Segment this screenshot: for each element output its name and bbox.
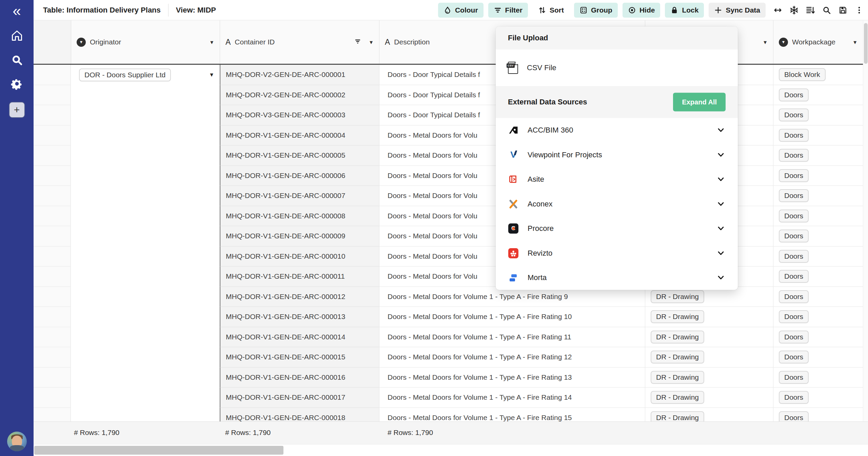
add-new-button[interactable]: +: [9, 102, 25, 118]
row-gutter-cell[interactable]: [34, 327, 71, 348]
row-gutter-cell[interactable]: [34, 408, 71, 422]
workpackage-chip[interactable]: Doors: [779, 210, 809, 222]
row-gutter-cell[interactable]: [34, 166, 71, 186]
cell-document-type[interactable]: DR - Drawing: [645, 368, 773, 388]
document-type-chip[interactable]: DR - Drawing: [651, 310, 704, 323]
document-type-chip[interactable]: DR - Drawing: [651, 391, 704, 404]
cell-originator[interactable]: [71, 246, 220, 267]
workpackage-chip[interactable]: Doors: [779, 371, 809, 384]
row-height-button[interactable]: [803, 3, 818, 18]
cell-description[interactable]: Doors - Metal Doors for Volume 1 - Type …: [379, 327, 645, 348]
chevron-down-icon[interactable]: [717, 273, 724, 282]
workpackage-chip[interactable]: Doors: [779, 411, 809, 421]
cell-workpackage[interactable]: Doors: [773, 368, 863, 388]
cell-document-type[interactable]: DR - Drawing: [645, 388, 773, 408]
cell-workpackage[interactable]: Doors: [773, 125, 863, 146]
cell-container-id[interactable]: MHQ-DOR-V1-GEN-DE-ARC-000009: [220, 226, 379, 246]
row-gutter-cell[interactable]: [34, 125, 71, 146]
cell-workpackage[interactable]: Doors: [773, 287, 863, 307]
workpackage-chip[interactable]: Doors: [779, 250, 809, 263]
column-header-container-id[interactable]: A Container ID ▼: [220, 20, 379, 64]
document-type-chip[interactable]: DR - Drawing: [651, 290, 704, 303]
row-gutter-cell[interactable]: [34, 186, 71, 206]
cell-workpackage[interactable]: Doors: [773, 105, 863, 125]
workpackage-chip[interactable]: Doors: [779, 189, 809, 202]
lock-button[interactable]: Lock: [665, 3, 704, 18]
save-button[interactable]: [835, 3, 850, 18]
cell-workpackage[interactable]: Doors: [773, 206, 863, 226]
chevron-down-icon[interactable]: [717, 224, 724, 233]
row-gutter-cell[interactable]: [34, 206, 71, 226]
workpackage-chip[interactable]: Doors: [779, 88, 809, 101]
cell-document-type[interactable]: DR - Drawing: [645, 307, 773, 327]
sidebar-search-icon[interactable]: [0, 52, 34, 68]
column-filter-icon[interactable]: [354, 38, 361, 47]
cell-document-type[interactable]: DR - Drawing: [645, 408, 773, 422]
freeze-button[interactable]: [787, 3, 802, 18]
chevron-down-icon[interactable]: ▼: [852, 39, 857, 45]
cell-workpackage[interactable]: Doors: [773, 85, 863, 105]
sort-button[interactable]: Sort: [533, 3, 569, 18]
cell-container-id[interactable]: MHQ-DOR-V1-GEN-DE-ARC-000014: [220, 327, 379, 348]
cell-workpackage[interactable]: Doors: [773, 408, 863, 422]
cell-originator[interactable]: [71, 105, 220, 125]
cell-description[interactable]: Doors - Metal Doors for Volume 1 - Type …: [379, 347, 645, 368]
cell-workpackage[interactable]: Doors: [773, 266, 863, 287]
cell-originator[interactable]: [71, 206, 220, 226]
cell-originator[interactable]: [71, 347, 220, 368]
workpackage-chip[interactable]: Doors: [779, 149, 809, 162]
row-gutter-cell[interactable]: [34, 307, 71, 327]
workpackage-chip[interactable]: Block Work: [779, 68, 826, 81]
group-button[interactable]: Group: [574, 3, 618, 18]
cell-originator[interactable]: [71, 368, 220, 388]
expand-width-button[interactable]: [770, 3, 785, 18]
external-source-item-revizto[interactable]: Revizto: [496, 241, 738, 266]
cell-originator[interactable]: [71, 145, 220, 166]
expand-all-button[interactable]: Expand All: [673, 93, 726, 112]
document-type-chip[interactable]: DR - Drawing: [651, 371, 704, 384]
cell-description[interactable]: Doors - Metal Doors for Volume 1 - Type …: [379, 388, 645, 408]
workpackage-chip[interactable]: Doors: [779, 230, 809, 242]
chevron-down-icon[interactable]: [717, 200, 724, 209]
workpackage-chip[interactable]: Doors: [779, 391, 809, 404]
horizontal-scrollbar-thumb[interactable]: [34, 446, 283, 455]
sidebar-collapse-icon[interactable]: «: [13, 3, 21, 18]
workpackage-chip[interactable]: Doors: [779, 290, 809, 303]
row-gutter-cell[interactable]: [34, 266, 71, 287]
cell-workpackage[interactable]: Doors: [773, 145, 863, 166]
workpackage-chip[interactable]: Doors: [779, 351, 809, 363]
external-source-item-asite[interactable]: Asite: [496, 167, 738, 192]
cell-container-id[interactable]: MHQ-DOR-V1-GEN-DE-ARC-000004: [220, 125, 379, 146]
row-gutter-cell[interactable]: [34, 287, 71, 307]
chevron-down-icon[interactable]: ▼: [209, 39, 214, 45]
workpackage-chip[interactable]: Doors: [779, 270, 809, 283]
cell-originator[interactable]: DOR - Doors Supplier Ltd▼: [71, 65, 220, 85]
cell-workpackage[interactable]: Doors: [773, 166, 863, 186]
row-gutter-cell[interactable]: [34, 368, 71, 388]
sync-data-button[interactable]: Sync Data: [709, 3, 766, 18]
row-gutter-cell[interactable]: [34, 388, 71, 408]
hide-button[interactable]: Hide: [623, 3, 660, 18]
cell-workpackage[interactable]: Doors: [773, 327, 863, 348]
cell-workpackage[interactable]: Doors: [773, 246, 863, 267]
cell-originator[interactable]: [71, 287, 220, 307]
cell-originator[interactable]: [71, 388, 220, 408]
row-gutter-cell[interactable]: [34, 105, 71, 125]
cell-document-type[interactable]: DR - Drawing: [645, 347, 773, 368]
cell-originator[interactable]: [71, 266, 220, 287]
external-source-item-acc-bim-360[interactable]: ACC/BIM 360: [496, 118, 738, 143]
chevron-down-icon[interactable]: [717, 249, 724, 258]
cell-description[interactable]: Doors - Metal Doors for Volume 1 - Type …: [379, 307, 645, 327]
row-gutter-cell[interactable]: [34, 246, 71, 267]
cell-originator[interactable]: [71, 186, 220, 206]
chevron-down-icon[interactable]: [717, 126, 724, 135]
cell-document-type[interactable]: DR - Drawing: [645, 327, 773, 348]
colour-button[interactable]: Colour: [438, 3, 484, 18]
document-type-chip[interactable]: DR - Drawing: [651, 331, 704, 343]
cell-container-id[interactable]: MHQ-DOR-V2-GEN-DE-ARC-000001: [220, 65, 379, 85]
row-gutter-cell[interactable]: [34, 226, 71, 246]
external-source-item-viewpoint-for-projects[interactable]: VViewpoint For Projects: [496, 143, 738, 167]
column-header-workpackage[interactable]: ▼ Workpackage ▼: [773, 20, 863, 64]
cell-container-id[interactable]: MHQ-DOR-V3-GEN-DE-ARC-000003: [220, 105, 379, 125]
cell-container-id[interactable]: MHQ-DOR-V1-GEN-DE-ARC-000006: [220, 166, 379, 186]
